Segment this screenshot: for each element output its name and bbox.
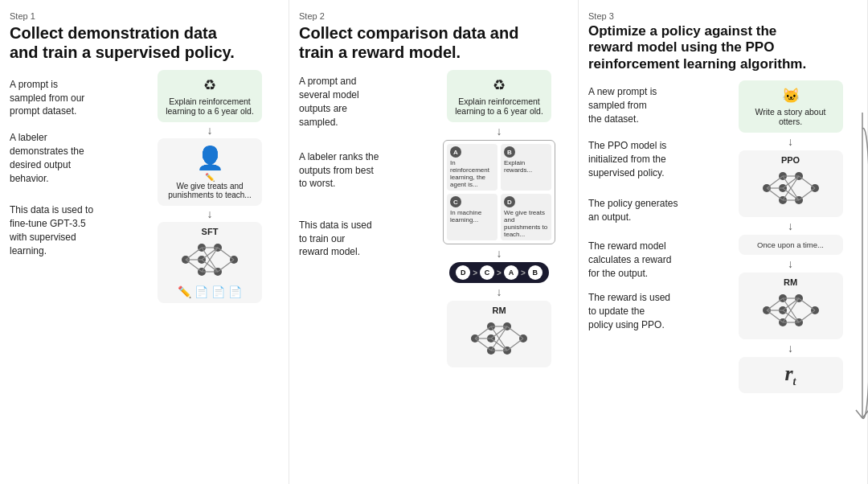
- edit-icon: ✏️: [205, 173, 215, 182]
- step1-column: Step 1 Collect demonstration dataand tra…: [0, 0, 289, 484]
- rank-d: D: [456, 265, 470, 280]
- svg-line-70: [799, 298, 815, 310]
- step3-text1: A new prompt issampled fromthe dataset.: [588, 85, 657, 125]
- step3-output-card: Once upon a time...: [739, 235, 843, 255]
- step2-rm-card: RM: [447, 301, 551, 367]
- step3-label: Step 3: [588, 11, 858, 21]
- step3-output-text: Once upon a time...: [757, 240, 824, 249]
- step2-prompt-card: ♻ Explain reinforcement learning to a 6 …: [447, 70, 551, 122]
- cell-c-text: In machine learning...: [450, 209, 481, 224]
- step3-text2: The PPO model isinitialized from thesupe…: [588, 139, 666, 179]
- output-cell-c: C In machine learning...: [447, 194, 497, 240]
- step2-arrow1: ↓: [497, 125, 502, 137]
- rank-b: B: [528, 265, 542, 280]
- step1-left-text: A prompt issampled from ourprompt datase…: [10, 70, 134, 473]
- step3-arrow4: ↓: [788, 342, 793, 355]
- step2-content: A prompt andseveral modeloutputs aresamp…: [299, 70, 568, 473]
- step1-sft-card: SFT: [158, 222, 262, 303]
- gt1: >: [473, 269, 477, 277]
- step2-outputs-grid: A In reinforcement learning, the agent i…: [443, 140, 555, 244]
- step3-arrow3: ↓: [788, 257, 793, 270]
- cell-label-d: D: [504, 196, 515, 207]
- output-cell-b: B Explain rewards...: [501, 144, 551, 191]
- ppo-label: PPO: [747, 155, 835, 165]
- step1-title: Collect demonstration dataand train a su…: [10, 23, 279, 62]
- svg-line-71: [799, 310, 815, 322]
- step3-reward-value: rt: [784, 362, 796, 385]
- step3-text3: The policy generatesan output.: [588, 197, 678, 224]
- step3-title: Optimize a policy against thereward mode…: [588, 23, 858, 72]
- step2-left-text: A prompt andseveral modeloutputs aresamp…: [299, 70, 424, 473]
- step3-rm-label: RM: [747, 277, 835, 287]
- rm-network-svg: [467, 317, 531, 361]
- cell-label-a: A: [450, 146, 461, 158]
- step3-column: Step 3 Optimize a policy against therewa…: [579, 0, 868, 484]
- step2-text2: A labeler ranks theoutputs from bestto w…: [299, 150, 379, 191]
- recycle-icon-2: ♻: [455, 76, 543, 94]
- rank-a: A: [504, 265, 518, 280]
- step3-text5: The reward is usedto update thepolicy us…: [588, 291, 670, 331]
- step2-rm-label: RM: [455, 306, 543, 315]
- step3-green-card-text: Write a story about otters.: [755, 107, 826, 126]
- gt3: >: [521, 269, 526, 277]
- svg-line-53: [799, 188, 815, 200]
- step1-person-card-text: We give treats and punishments to teach.…: [168, 182, 251, 199]
- step2-label: Step 2: [299, 11, 568, 21]
- step1-green-card-text: Explain reinforcement learning to a 6 ye…: [166, 96, 254, 116]
- step1-right-visuals: ♻ Explain reinforcement learning to a 6 …: [141, 70, 279, 473]
- step1-text3: This data is used tofine-tune GPT-3.5wit…: [10, 203, 93, 257]
- gt2: >: [497, 269, 502, 277]
- step3-rm-network-svg: [759, 289, 823, 333]
- step3-right-visuals: 🐱 Write a story about otters. ↓ PPO: [723, 80, 858, 473]
- person-icon: 👤: [166, 145, 254, 171]
- svg-line-35: [507, 338, 523, 351]
- step2-ranking-row: D > C > A > B: [449, 262, 549, 283]
- step3-ppo-card: PPO: [739, 150, 843, 217]
- cell-b-text: Explain rewards...: [504, 159, 532, 174]
- step2-title: Collect comparison data andtrain a rewar…: [299, 23, 568, 62]
- step3-rm-card: RM: [739, 273, 843, 339]
- step1-text2: A labelerdemonstrates thedesired outputb…: [10, 131, 84, 185]
- step1-arrow1: ↓: [207, 124, 213, 137]
- cell-label-c: C: [450, 196, 461, 207]
- output-cell-a: A In reinforcement learning, the agent i…: [447, 144, 497, 191]
- step3-reward-card: rt: [739, 357, 843, 393]
- step1-text1: A prompt issampled from ourprompt datase…: [10, 78, 84, 118]
- step3-left-text: A new prompt issampled fromthe dataset. …: [588, 80, 717, 473]
- step3-arrow2: ↓: [788, 219, 793, 232]
- step1-person-card: 👤 ✏️ We give treats and punishments to t…: [158, 138, 262, 206]
- step2-column: Step 2 Collect comparison data andtrain …: [289, 0, 579, 484]
- svg-line-16: [218, 248, 234, 260]
- recycle-icon-1: ♻: [166, 76, 254, 94]
- cell-a-text: In reinforcement learning, the agent is.…: [450, 159, 489, 188]
- svg-line-34: [507, 326, 523, 338]
- sft-network-svg: [178, 238, 242, 282]
- step2-arrow3: ↓: [497, 285, 502, 298]
- step3-arrow1: ↓: [788, 135, 793, 148]
- step3-prompt-card: 🐱 Write a story about otters.: [739, 80, 843, 133]
- step2-green-card-text: Explain reinforcement learning to a 6 ye…: [455, 96, 543, 116]
- step1-content: A prompt issampled from ourprompt datase…: [10, 70, 279, 473]
- step2-text3: This data is usedto train ourreward mode…: [299, 219, 372, 259]
- rank-c: C: [480, 265, 494, 280]
- sft-label: SFT: [166, 227, 254, 236]
- cat-icon: 🐱: [747, 87, 835, 105]
- svg-line-17: [218, 260, 234, 272]
- sft-icons: ✏️ 📄 📄 📄: [166, 285, 254, 298]
- feedback-arrow-svg: [853, 113, 868, 434]
- step2-right-visuals: ♻ Explain reinforcement learning to a 6 …: [430, 70, 568, 473]
- svg-line-52: [799, 176, 815, 188]
- cell-label-b: B: [504, 146, 515, 158]
- cell-d-text: We give treats and punishments to teach.…: [504, 209, 547, 238]
- step2-arrow2: ↓: [497, 247, 502, 260]
- step3-content: A new prompt issampled fromthe dataset. …: [588, 80, 858, 473]
- output-cell-d: D We give treats and punishments to teac…: [501, 194, 551, 240]
- step1-prompt-card: ♻ Explain reinforcement learning to a 6 …: [158, 70, 262, 122]
- step3-text4: The reward modelcalculates a rewardfor t…: [588, 240, 671, 280]
- ppo-network-svg: [759, 166, 823, 211]
- step1-label: Step 1: [10, 11, 279, 21]
- step1-arrow2: ↓: [207, 207, 213, 220]
- step2-text1: A prompt andseveral modeloutputs aresamp…: [299, 75, 359, 129]
